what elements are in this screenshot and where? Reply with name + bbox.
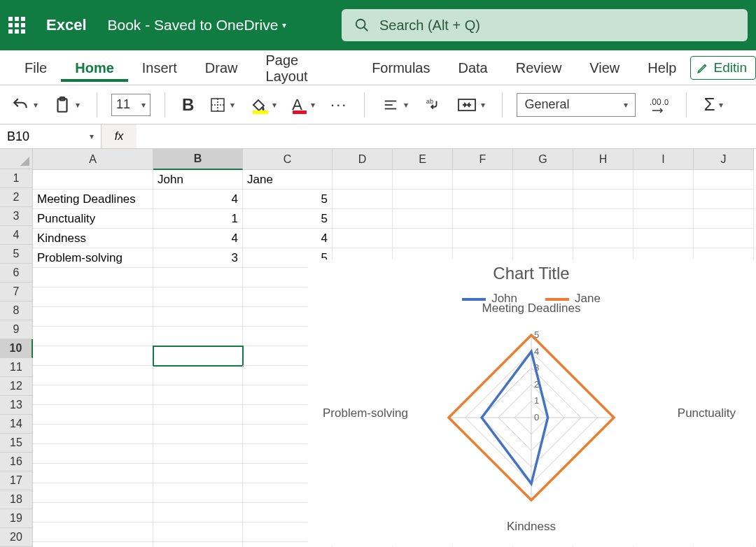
column-header-B[interactable]: B [153,149,243,170]
row-header-19[interactable]: 19 [0,509,33,528]
cell-E4[interactable] [393,229,453,248]
tab-data[interactable]: Data [444,53,502,82]
cell-B5[interactable]: 3 [153,248,243,268]
tab-draw[interactable]: Draw [191,53,252,82]
cell-C4[interactable]: 4 [243,229,332,248]
cell-G2[interactable] [513,190,573,209]
cell-A8[interactable] [33,307,153,327]
row-header-9[interactable]: 9 [0,320,33,339]
cell-E2[interactable] [393,190,453,209]
cell-H3[interactable] [573,209,634,229]
cell-B7[interactable] [153,287,243,307]
bold-button[interactable]: B [179,92,197,118]
cell-B9[interactable] [153,327,243,346]
cell-I4[interactable] [634,229,694,248]
row-header-7[interactable]: 7 [0,283,33,301]
cell-A20[interactable] [33,542,153,547]
tab-formulas[interactable]: Formulas [358,53,444,82]
cell-B17[interactable] [153,483,243,503]
tab-help[interactable]: Help [634,53,690,82]
cell-A3[interactable]: Punctuality [33,209,153,229]
cell-D1[interactable] [332,170,393,190]
cell-F1[interactable] [453,170,513,190]
cell-H4[interactable] [573,229,634,248]
borders-button[interactable]: ▾ [206,94,237,116]
tab-insert[interactable]: Insert [128,53,191,82]
cell-E3[interactable] [393,209,453,229]
autosum-button[interactable]: Σ▾ [701,91,726,118]
cell-B12[interactable] [153,385,243,405]
column-header-C[interactable]: C [243,149,332,170]
wrap-text-button[interactable]: ab [421,94,444,115]
cell-A7[interactable] [33,287,153,307]
editing-mode-button[interactable]: Editin [690,56,756,80]
cell-A17[interactable] [33,483,153,503]
cell-C1[interactable]: Jane [243,170,332,190]
tab-view[interactable]: View [575,53,634,82]
cell-H1[interactable] [573,170,634,190]
name-box[interactable]: B10▾ [0,125,102,148]
cell-G1[interactable] [513,170,573,190]
cell-A9[interactable] [33,327,153,346]
cell-A5[interactable]: Problem-solving [33,248,153,268]
column-header-A[interactable]: A [33,149,153,170]
font-size-input[interactable]: 11▾ [111,94,150,116]
paste-button[interactable]: ▾ [50,93,83,117]
cell-F4[interactable] [453,229,513,248]
column-header-E[interactable]: E [393,149,453,170]
cell-B3[interactable]: 1 [153,209,243,229]
decimal-button[interactable]: .00.0 [645,94,672,116]
cell-C2[interactable]: 5 [243,190,332,209]
tab-page-layout[interactable]: Page Layout [252,45,358,90]
align-button[interactable]: ▾ [379,94,411,115]
cell-A14[interactable] [33,425,153,444]
formula-input[interactable] [136,125,756,148]
row-header-11[interactable]: 11 [0,358,33,377]
cell-B14[interactable] [153,425,243,444]
more-font-button[interactable]: ··· [328,93,350,117]
cell-B8[interactable] [153,307,243,327]
row-header-4[interactable]: 4 [0,226,33,245]
cell-A19[interactable] [33,523,153,542]
row-header-8[interactable]: 8 [0,301,33,320]
cell-A6[interactable] [33,268,153,287]
cell-I2[interactable] [634,190,694,209]
cell-B13[interactable] [153,405,243,425]
row-header-18[interactable]: 18 [0,490,33,509]
cell-A11[interactable] [33,366,153,385]
cell-I1[interactable] [634,170,694,190]
cell-B1[interactable]: John [153,170,243,190]
row-header-3[interactable]: 3 [0,207,33,226]
spreadsheet-grid[interactable]: 1234567891011121314151617181920 ABCDEFGH… [0,149,756,547]
cell-B20[interactable] [153,542,243,547]
row-header-10[interactable]: 10 [0,339,33,358]
cell-J4[interactable] [694,229,754,248]
column-header-I[interactable]: I [634,149,694,170]
tab-home[interactable]: Home [61,53,128,82]
cell-B16[interactable] [153,464,243,483]
undo-button[interactable]: ▾ [8,93,41,117]
cell-J1[interactable] [694,170,754,190]
cell-B19[interactable] [153,523,243,542]
column-header-G[interactable]: G [513,149,573,170]
row-header-1[interactable]: 1 [0,169,33,188]
column-header-F[interactable]: F [453,149,513,170]
cell-A12[interactable] [33,385,153,405]
column-header-J[interactable]: J [694,149,754,170]
cell-A2[interactable]: Meeting Deadlines [33,190,153,209]
cell-G3[interactable] [513,209,573,229]
tab-review[interactable]: Review [502,53,576,82]
cell-A4[interactable]: Kindness [33,229,153,248]
cell-D3[interactable] [332,209,393,229]
cell-E1[interactable] [393,170,453,190]
cell-B18[interactable] [153,503,243,523]
radar-chart[interactable]: Chart Title John Jane 012345 Meeting Dea… [307,260,755,546]
cell-A15[interactable] [33,444,153,464]
cell-I3[interactable] [634,209,694,229]
row-header-20[interactable]: 20 [0,528,33,547]
row-header-2[interactable]: 2 [0,188,33,207]
cell-A18[interactable] [33,503,153,523]
search-input[interactable]: Search (Alt + Q) [342,9,748,41]
merge-button[interactable]: ▾ [454,94,488,115]
cell-D2[interactable] [332,190,393,209]
